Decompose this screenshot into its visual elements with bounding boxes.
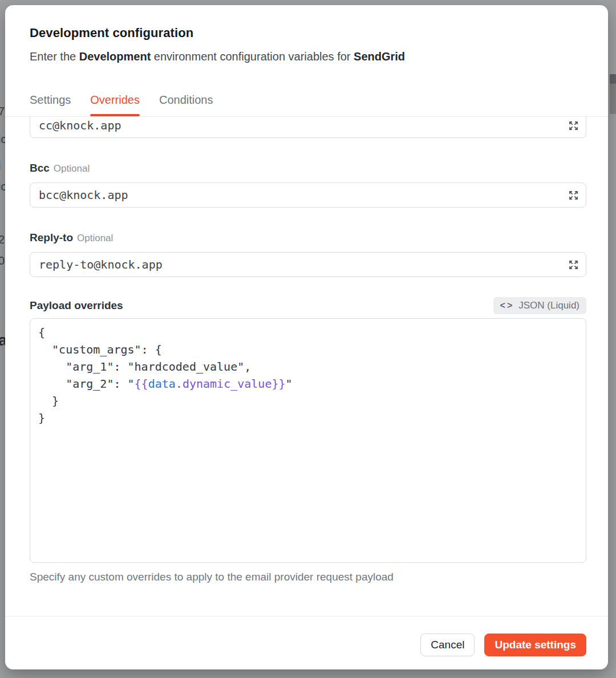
json-liquid-badge: <> JSON (Liquid) [493, 297, 586, 314]
backdrop-fragment: 2 [0, 233, 5, 246]
development-configuration-modal: Development configuration Enter the Deve… [5, 5, 608, 669]
payload-overrides-label: Payload overrides [30, 297, 123, 314]
subtitle-middle: environment configuration variables for [151, 50, 354, 63]
payload-overrides-editor[interactable]: { "custom_args": { "arg_1": "hardcoded_v… [30, 318, 586, 563]
screen: 7iciic20a Development configuration Ente… [0, 0, 616, 678]
background-scrollbar-thumb[interactable] [610, 74, 616, 84]
backdrop-fragment: ic [0, 180, 5, 193]
bcc-input[interactable] [30, 182, 586, 208]
expand-icon [568, 190, 579, 201]
code-line: "arg_1": "hardcoded_value", [38, 358, 578, 375]
code-line: } [38, 409, 578, 427]
payload-overrides-row: Payload overrides <> JSON (Liquid) [30, 297, 586, 314]
reply-to-expand-button[interactable] [566, 258, 580, 271]
update-settings-button[interactable]: Update settings [484, 634, 586, 656]
reply-to-optional-text: Optional [77, 233, 113, 243]
tab-overrides[interactable]: Overrides [90, 93, 140, 116]
modal-scroll-area[interactable]: BccOptional Reply-toOptional [5, 116, 608, 616]
cc-input[interactable] [30, 116, 586, 138]
reply-to-input[interactable] [30, 252, 586, 277]
code-content: { "custom_args": { "arg_1": "hardcoded_v… [38, 324, 578, 427]
modal-footer: Cancel Update settings [5, 616, 608, 669]
tab-conditions[interactable]: Conditions [159, 93, 213, 116]
code-line: { [38, 324, 578, 341]
backdrop-left-strip: 7iciic20a [0, 0, 5, 678]
tab-settings[interactable]: Settings [30, 93, 71, 116]
backdrop-fragment: ic [0, 133, 5, 146]
bcc-field-wrap [30, 182, 586, 208]
backdrop-fragment: a [0, 331, 5, 350]
expand-icon [568, 120, 579, 131]
cc-expand-button[interactable] [566, 119, 580, 132]
code-line: "arg_2": "{{data.dynamic_value}}" [38, 375, 578, 392]
bcc-label-text: Bcc [30, 162, 50, 174]
subtitle-provider: SendGrid [354, 50, 405, 63]
subtitle-prefix: Enter the [30, 50, 79, 63]
bcc-expand-button[interactable] [566, 188, 580, 202]
json-liquid-badge-label: JSON (Liquid) [518, 300, 579, 311]
backdrop-fragment: 7 [0, 105, 5, 118]
reply-to-label-text: Reply-to [30, 232, 73, 243]
code-line: "custom_args": { [38, 341, 578, 358]
tab-bar: Settings Overrides Conditions [30, 93, 584, 116]
backdrop-fragment: 0 [0, 254, 5, 267]
cancel-button[interactable]: Cancel [420, 634, 475, 656]
modal-title: Development configuration [30, 25, 584, 42]
cc-field-wrap [30, 116, 586, 138]
backdrop-fragment: i [0, 159, 1, 172]
payload-helper-text: Specify any custom overrides to apply to… [30, 571, 586, 583]
code-brackets-icon: <> [500, 301, 514, 311]
bcc-label: BccOptional [30, 162, 586, 175]
subtitle-environment: Development [79, 50, 151, 63]
modal-subtitle: Enter the Development environment config… [30, 48, 584, 64]
reply-to-label: Reply-toOptional [30, 232, 586, 245]
modal-header: Development configuration Enter the Deve… [5, 5, 608, 64]
code-line: } [38, 392, 578, 409]
bcc-optional-text: Optional [54, 163, 90, 174]
expand-icon [568, 259, 579, 270]
reply-to-field-wrap [30, 252, 586, 277]
